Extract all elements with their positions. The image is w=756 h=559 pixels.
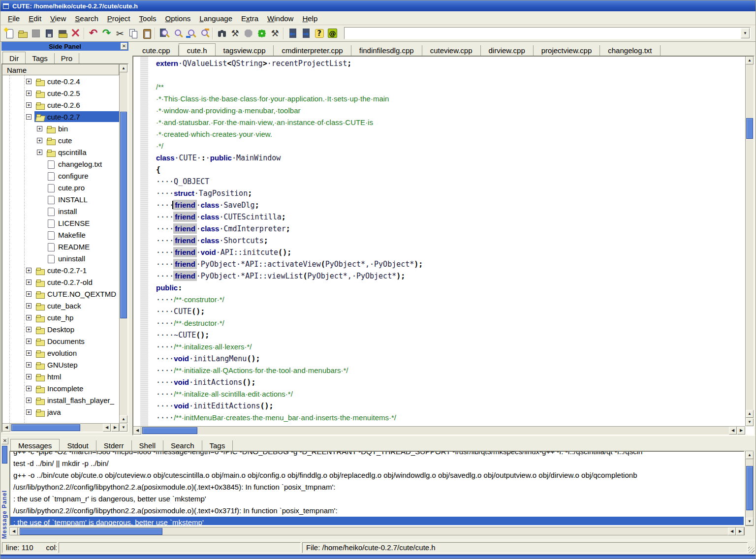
scroll-down-icon[interactable]: ▼ <box>746 418 754 426</box>
expand-icon[interactable]: + <box>26 339 32 344</box>
tree-item-cute[interactable]: +cute <box>2 134 119 146</box>
message-line[interactable]: : the use of `tmpnam_r' is dangerous, be… <box>10 493 744 505</box>
editor-tab-cuteview-cpp[interactable]: cuteview.cpp <box>422 45 481 56</box>
tree-item-cute-0-2-5[interactable]: +cute-0.2.5 <box>2 87 119 99</box>
open-file-button[interactable] <box>16 27 29 40</box>
tree-horizontal-scrollbar[interactable]: ◀ ◀ ▶ <box>2 423 119 432</box>
message-tab-stderr[interactable]: Stderr <box>96 440 132 451</box>
zoom-button[interactable] <box>171 27 184 40</box>
assistant-button[interactable]: @ <box>326 27 339 40</box>
expand-icon[interactable]: + <box>26 79 32 84</box>
scroll-left-icon[interactable]: ◀ <box>2 424 10 432</box>
resize-grip[interactable] <box>748 547 755 553</box>
message-horizontal-scrollbar[interactable]: ◀ ◀ ▶ <box>9 527 745 535</box>
expand-icon[interactable]: + <box>26 102 32 108</box>
tree-item-gnustep[interactable]: +GNUstep <box>2 359 119 371</box>
scroll-left-icon[interactable]: ◀ <box>133 427 141 435</box>
scroll-left-icon[interactable]: ◀ <box>728 528 736 535</box>
chevron-down-icon[interactable]: ▼ <box>741 28 750 38</box>
tree-item-uninstall[interactable]: uninstall <box>2 252 119 264</box>
toolbar-combobox[interactable]: ▼ <box>344 27 751 39</box>
expand-icon[interactable]: + <box>26 386 32 391</box>
message-panel-close-icon[interactable]: ✕ <box>1 437 8 444</box>
side-tab-pro[interactable]: Pro <box>55 53 79 63</box>
menu-window[interactable]: Window <box>263 13 298 24</box>
fold-marker-icon[interactable]: − <box>148 164 149 176</box>
tree-item-license[interactable]: LICENSE <box>2 217 119 229</box>
editor-vertical-scrollbar[interactable]: ▲ ▲ ▼ <box>745 57 754 426</box>
paste-button[interactable] <box>140 27 153 40</box>
cut-button[interactable]: ✂ <box>113 27 126 40</box>
message-output[interactable]: g++ -c -pipe -O2 -march=i586 -mcpu=i686 … <box>9 451 745 526</box>
editor-hscroll-thumb[interactable] <box>142 427 197 434</box>
message-vertical-scrollbar[interactable]: ▲ ▼ <box>745 451 754 526</box>
menu-file[interactable]: File <box>3 13 24 24</box>
tree-item-readme[interactable]: README <box>2 241 119 252</box>
menu-project[interactable]: Project <box>103 13 135 24</box>
tree-item-changelog-txt[interactable]: changelog.txt <box>2 158 119 170</box>
tree-item-cute-0-2-7-old[interactable]: +cute-0.2.7-old <box>2 276 119 288</box>
scroll-up-icon[interactable]: ▲ <box>746 451 754 459</box>
save-all-button[interactable] <box>42 27 56 40</box>
expand-icon[interactable]: + <box>37 150 42 155</box>
tree-vertical-scrollbar[interactable]: ▲ ▲ ▼ <box>119 64 127 432</box>
tree-item-cute-0-2-4[interactable]: +cute-0.2.4 <box>2 75 119 87</box>
menu-language[interactable]: Language <box>195 13 237 24</box>
expand-icon[interactable]: + <box>26 268 32 273</box>
tree-item-html[interactable]: +html <box>2 371 119 382</box>
message-vscroll-thumb[interactable] <box>746 466 753 510</box>
title-bar[interactable]: CUTE: /home/heiko/cute-0.2.7/cute/cute.h <box>0 0 756 11</box>
expand-icon[interactable]: + <box>26 350 32 356</box>
menu-extra[interactable]: Extra <box>237 13 263 24</box>
code-text[interactable]: extern·QValueList<QString>·recentProject… <box>148 57 745 426</box>
scroll-up-icon[interactable]: ▲ <box>120 64 127 72</box>
expand-icon[interactable]: + <box>26 327 32 332</box>
new-file-button[interactable] <box>2 27 16 40</box>
scroll-up-icon[interactable]: ▲ <box>746 57 754 64</box>
expand-icon[interactable]: + <box>26 362 32 368</box>
tree-item-bin[interactable]: +bin <box>2 123 119 134</box>
editor-vscroll-thumb[interactable] <box>746 118 753 139</box>
scroll-left-icon[interactable]: ◀ <box>729 427 737 435</box>
menu-help[interactable]: Help <box>298 13 322 24</box>
message-line[interactable]: : the use of `tempnam' is dangerous, bet… <box>10 517 744 526</box>
code-view[interactable]: extern·QValueList<QString>·recentProject… <box>132 56 755 435</box>
message-line[interactable]: g++ -c -pipe -O2 -march=i586 -mcpu=i686 … <box>10 451 744 458</box>
tree-item-evolution[interactable]: +evolution <box>2 347 119 359</box>
message-line[interactable]: g++ -o ../bin/cute obj/cute.o obj/cutevi… <box>10 469 744 481</box>
tree-item-cute-back[interactable]: +cute_back <box>2 300 119 311</box>
expand-icon[interactable]: + <box>26 91 32 96</box>
tree-item-cute-0-2-7[interactable]: −cute-0.2.7 <box>2 111 119 123</box>
replace-button[interactable] <box>197 27 211 40</box>
message-tab-shell[interactable]: Shell <box>132 440 163 451</box>
fold-margin[interactable] <box>140 57 148 426</box>
message-tab-search[interactable]: Search <box>163 440 202 451</box>
scroll-left-icon[interactable]: ◀ <box>10 528 18 535</box>
tree-item-configure[interactable]: configure <box>2 170 119 182</box>
tree-item-desktop[interactable]: +Desktop <box>2 323 119 335</box>
side-tab-tags[interactable]: Tags <box>26 53 55 63</box>
stop-build-button[interactable] <box>242 27 255 40</box>
expand-icon[interactable]: + <box>26 398 32 403</box>
find-button[interactable] <box>158 27 171 40</box>
expand-icon[interactable]: + <box>26 303 32 309</box>
message-hscroll-thumb[interactable] <box>20 528 162 535</box>
find-next-button[interactable] <box>184 27 197 40</box>
close-file-button[interactable]: × <box>69 27 82 40</box>
message-line[interactable]: /usr/lib/python2.2//config/libpython2.2.… <box>10 481 744 493</box>
message-panel-grip[interactable] <box>2 446 7 464</box>
expand-icon[interactable]: + <box>26 280 32 285</box>
panel-splitter[interactable] <box>128 42 132 435</box>
previous-buffer-button[interactable]: ⇐ <box>286 27 299 40</box>
redo-button[interactable]: ↷ <box>100 27 113 40</box>
message-line[interactable]: test -d ../bin/ || mkdir -p ../bin/ <box>10 458 744 469</box>
editor-tab-cmdinterpreter-cpp[interactable]: cmdinterpreter.cpp <box>274 45 351 56</box>
expand-icon[interactable]: + <box>26 315 32 320</box>
undo-button[interactable]: ↶ <box>87 27 100 40</box>
message-line[interactable]: /usr/lib/python2.2//config/libpython2.2.… <box>10 505 744 517</box>
editor-horizontal-scrollbar[interactable]: ◀ ◀ ▶ <box>133 426 745 435</box>
tree-item-cute-0-2-7-1[interactable]: +cute-0.2.7-1 <box>2 264 119 276</box>
scroll-up-icon[interactable]: ▲ <box>746 410 754 418</box>
print-button[interactable] <box>56 27 69 40</box>
scroll-right-icon[interactable]: ▶ <box>737 427 745 435</box>
